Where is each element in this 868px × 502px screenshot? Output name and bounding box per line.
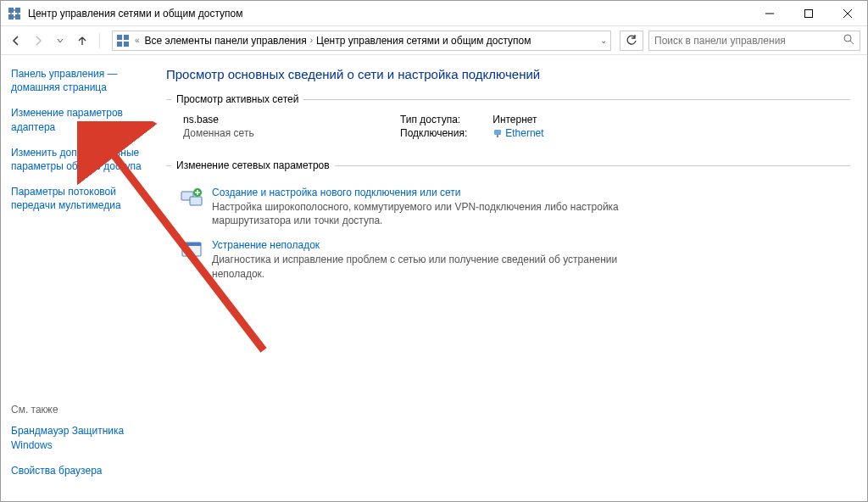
sidebar-link-home[interactable]: Панель управления — домашняя страница	[11, 67, 147, 94]
back-button[interactable]	[8, 32, 25, 49]
network-name: ns.base	[183, 114, 400, 126]
search-input[interactable]	[654, 35, 843, 47]
body-area: Панель управления — домашняя страница Из…	[1, 55, 867, 501]
svg-rect-2	[8, 14, 14, 20]
app-icon	[8, 7, 21, 20]
troubleshoot-icon	[180, 239, 203, 263]
action-troubleshoot-link[interactable]: Устранение неполадок	[212, 239, 653, 251]
svg-rect-15	[124, 42, 129, 47]
addressbar-icon	[116, 34, 130, 47]
svg-rect-21	[190, 197, 202, 205]
action-new-connection-link[interactable]: Создание и настройка нового подключения …	[212, 187, 653, 198]
see-also-heading: См. также	[11, 404, 147, 416]
svg-rect-24	[182, 243, 201, 246]
minimize-button[interactable]	[750, 1, 789, 25]
main-content: Просмотр основных сведений о сети и наст…	[158, 55, 867, 501]
toolbar-separator	[99, 33, 100, 48]
change-settings-group: Изменение сетевых параметров Создание и …	[166, 159, 850, 304]
svg-rect-13	[124, 35, 129, 40]
network-type: Доменная сеть	[183, 127, 400, 139]
sidebar-link-adapter-settings[interactable]: Изменение параметров адаптера	[11, 106, 147, 133]
toolbar: « Все элементы панели управления › Центр…	[1, 26, 867, 55]
titlebar: Центр управления сетями и общим доступом	[1, 1, 867, 26]
svg-rect-9	[805, 9, 813, 17]
maximize-button[interactable]	[789, 1, 828, 25]
sidebar-spacer	[11, 225, 147, 404]
chevron-right-icon: ›	[310, 36, 313, 45]
svg-rect-0	[8, 8, 14, 13]
search-icon[interactable]	[843, 34, 854, 47]
active-networks-group: Просмотр активных сетей ns.base Доменная…	[166, 93, 850, 153]
network-row: ns.base Доменная сеть Тип доступа: Подкл…	[171, 114, 845, 141]
forward-button[interactable]	[30, 32, 47, 49]
sidebar-link-browser-props[interactable]: Свойства браузера	[11, 464, 147, 477]
search-box[interactable]	[648, 31, 860, 51]
svg-rect-19	[497, 135, 498, 137]
breadcrumb-item-all[interactable]: Все элементы панели управления	[145, 35, 307, 47]
ethernet-icon	[492, 128, 503, 138]
svg-rect-25	[188, 256, 195, 259]
svg-rect-18	[494, 130, 501, 135]
history-dropdown-button[interactable]	[52, 32, 69, 49]
svg-rect-12	[117, 35, 122, 40]
refresh-button[interactable]	[620, 31, 643, 51]
window-controls	[750, 1, 867, 25]
label-connections: Подключения:	[400, 127, 467, 139]
breadcrumb-item-current[interactable]: Центр управления сетями и общим доступом	[316, 35, 531, 47]
change-settings-legend: Изменение сетевых параметров	[171, 159, 335, 171]
svg-rect-14	[117, 42, 122, 47]
sidebar-link-media-streaming[interactable]: Параметры потоковой передачи мультимедиа	[11, 185, 147, 212]
breadcrumb: Все элементы панели управления › Центр у…	[145, 35, 595, 47]
up-button[interactable]	[74, 32, 91, 49]
svg-line-17	[850, 41, 854, 44]
window-root: Центр управления сетями и общим доступом…	[0, 0, 868, 502]
sidebar: Панель управления — домашняя страница Из…	[1, 55, 158, 501]
close-button[interactable]	[828, 1, 867, 25]
action-troubleshoot: Устранение неполадок Диагностика и испра…	[180, 239, 845, 280]
action-troubleshoot-desc: Диагностика и исправление проблем с сеть…	[212, 253, 653, 280]
sidebar-link-sharing-settings[interactable]: Изменить дополнительные параметры общего…	[11, 146, 147, 173]
addressbar-dropdown-icon[interactable]: ⌄	[600, 36, 607, 45]
action-new-connection: Создание и настройка нового подключения …	[180, 187, 845, 227]
svg-point-16	[844, 35, 851, 42]
window-title: Центр управления сетями и общим доступом	[28, 8, 750, 20]
page-heading: Просмотр основных сведений о сети и наст…	[166, 67, 850, 81]
label-access-type: Тип доступа:	[400, 114, 467, 126]
action-new-connection-desc: Настройка широкополосного, коммутируемог…	[212, 200, 653, 227]
active-networks-legend: Просмотр активных сетей	[171, 93, 303, 105]
new-connection-icon	[180, 187, 203, 210]
sidebar-link-firewall[interactable]: Брандмауэр Защитника Windows	[11, 424, 147, 451]
value-access-type: Интернет	[492, 114, 543, 126]
connection-link-ethernet[interactable]: Ethernet	[505, 127, 543, 139]
addressbar[interactable]: « Все элементы панели управления › Центр…	[112, 31, 611, 51]
chevron-left-icon: «	[135, 36, 140, 45]
svg-rect-1	[15, 8, 20, 13]
svg-rect-3	[15, 14, 20, 20]
